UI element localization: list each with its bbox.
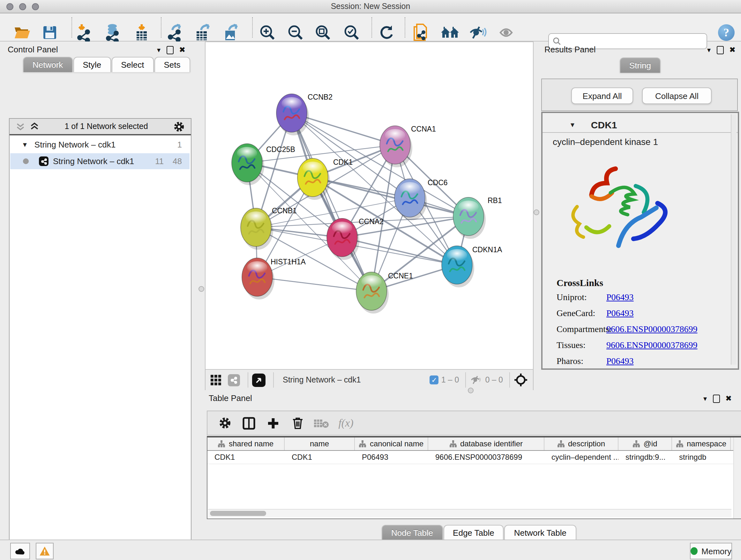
column-header-canonical-name[interactable]: canonical name	[355, 437, 428, 450]
show-hidden-button[interactable]	[496, 23, 516, 42]
panel-float-icon[interactable]	[717, 46, 724, 54]
crosslink-link[interactable]: P06493	[606, 308, 634, 319]
export-table-button[interactable]	[193, 23, 213, 42]
panel-close-icon[interactable]: ✖	[179, 45, 185, 54]
import-network-from-database-button[interactable]	[102, 23, 123, 42]
delete-table-button[interactable]	[310, 418, 334, 428]
panel-close-icon[interactable]: ✖	[725, 394, 732, 403]
network-node-hist1h1a[interactable]	[242, 258, 274, 300]
column-header-namespace[interactable]: namespace	[672, 437, 731, 450]
network-collection-row[interactable]: ▼ String Network – cdk1 1	[10, 137, 190, 152]
panel-float-icon[interactable]	[713, 394, 720, 402]
network-node-ccnb1[interactable]	[241, 208, 273, 250]
warnings-button[interactable]	[36, 543, 54, 559]
left-splitter-grip[interactable]	[199, 286, 204, 292]
column-header-label: canonical name	[370, 439, 423, 448]
network-node-ccna1[interactable]	[380, 126, 412, 167]
network-from-selection-button[interactable]	[411, 23, 431, 42]
network-node-ccnb2[interactable]	[276, 94, 309, 135]
title-bar: Session: New Session	[0, 0, 741, 13]
crosshair-icon[interactable]	[514, 373, 528, 387]
help-button[interactable]: ?	[716, 23, 737, 42]
tab-network-table[interactable]: Network Table	[504, 525, 576, 540]
tree-expander-icon[interactable]: ▼	[22, 141, 28, 148]
zoom-selected-icon	[343, 24, 360, 41]
crosslink-link[interactable]: 9606.ENSP00000378699	[606, 324, 697, 334]
crosslink-link[interactable]: P06493	[606, 293, 634, 303]
create-column-button[interactable]	[261, 417, 285, 429]
export-image-button[interactable]	[221, 23, 241, 42]
tab-select[interactable]: Select	[111, 57, 153, 72]
zoom-out-icon	[287, 24, 304, 41]
collapse-all-networks-icon[interactable]	[16, 122, 25, 131]
selected-checkbox-icon[interactable]: ✓	[430, 375, 439, 384]
zoom-selected-button[interactable]	[341, 23, 362, 42]
export-network-button[interactable]	[165, 23, 186, 42]
network-node-ccna2[interactable]	[327, 219, 359, 260]
crosslink-link[interactable]: 9606.ENSP00000378699	[606, 340, 697, 351]
tab-edge-table[interactable]: Edge Table	[443, 525, 504, 540]
table-hscrollbar[interactable]	[208, 509, 731, 517]
delete-column-button[interactable]	[285, 416, 310, 430]
network-row[interactable]: String Network – cdk1 11 48	[10, 153, 190, 169]
import-network-button[interactable]	[75, 23, 95, 42]
horizontal-splitter-grip[interactable]	[468, 388, 474, 393]
memory-button[interactable]: Memory	[690, 543, 732, 559]
zoom-fit-button[interactable]	[313, 23, 333, 42]
tab-sets[interactable]: Sets	[154, 57, 190, 72]
column-header--id[interactable]: @id	[618, 437, 672, 450]
gear-icon[interactable]	[174, 121, 185, 132]
table-settings-button[interactable]	[212, 417, 237, 429]
network-label: String Network – cdk1	[53, 157, 155, 166]
first-neighbors-button[interactable]	[440, 23, 460, 42]
tab-network[interactable]: Network	[23, 57, 72, 72]
zoom-in-button[interactable]	[257, 23, 278, 42]
panel-menu-icon[interactable]: ▾	[707, 46, 711, 54]
save-session-button[interactable]	[40, 23, 60, 42]
tab-string[interactable]: String	[620, 57, 661, 73]
import-table-button[interactable]	[131, 23, 152, 42]
column-header-shared-name[interactable]: shared name	[207, 437, 285, 450]
network-graph[interactable]: CCNB2CCNA1CDC25BCDK1CDC6RB1CCNB1CCNA2CDK…	[205, 42, 533, 369]
collapse-all-button[interactable]: Collapse All	[642, 87, 712, 104]
zoom-out-button[interactable]	[285, 23, 306, 42]
network-node-rb1[interactable]	[453, 197, 486, 239]
column-header-name[interactable]: name	[285, 437, 355, 450]
table-cell: stringdb	[672, 451, 731, 463]
network-node-cdk1[interactable]	[297, 159, 330, 200]
zoom-fit-icon	[315, 24, 331, 41]
panel-float-icon[interactable]	[166, 46, 173, 54]
network-canvas[interactable]: CCNB2CCNA1CDC25BCDK1CDC6RB1CCNB1CCNA2CDK…	[205, 42, 534, 390]
column-header-description[interactable]: description	[544, 437, 618, 450]
panel-menu-icon[interactable]: ▾	[157, 46, 160, 54]
expand-all-button[interactable]: Expand All	[571, 87, 633, 104]
open-session-button[interactable]	[12, 23, 32, 42]
expand-all-networks-icon[interactable]	[30, 122, 39, 131]
node-table: shared namenamecanonical namedatabase id…	[207, 436, 741, 519]
birdseye-view-icon[interactable]	[252, 373, 266, 387]
refresh-icon	[379, 24, 395, 41]
tab-style[interactable]: Style	[73, 57, 111, 72]
column-header-database-identifier[interactable]: database identifier	[428, 437, 544, 450]
grid-view-icon[interactable]	[211, 374, 221, 385]
results-scrollbar[interactable]	[731, 114, 737, 365]
network-edge[interactable]	[342, 238, 457, 265]
network-node-cdc6[interactable]	[394, 179, 427, 220]
panel-menu-icon[interactable]: ▾	[703, 394, 707, 402]
panel-close-icon[interactable]: ✖	[729, 45, 736, 54]
tab-node-table[interactable]: Node Table	[382, 525, 443, 540]
crosslink-link[interactable]: P06493	[606, 356, 634, 367]
cloud-status-button[interactable]	[10, 543, 30, 559]
section-expander-icon[interactable]: ▼	[569, 121, 576, 128]
table-vscrollbar[interactable]	[733, 437, 741, 518]
network-view-icon[interactable]	[228, 374, 240, 386]
network-node-ccne1[interactable]	[356, 272, 389, 314]
function-builder-button[interactable]: f(x)	[334, 417, 358, 429]
gene-section-header[interactable]: ▼ CDK1	[542, 117, 738, 133]
apply-layout-button[interactable]	[377, 23, 397, 42]
hide-selected-button[interactable]	[468, 23, 488, 42]
right-splitter-grip[interactable]	[534, 209, 539, 215]
table-row[interactable]: CDK1CDK1P064939606.ENSP00000378699cyclin…	[207, 451, 741, 464]
show-columns-button[interactable]	[237, 417, 261, 429]
network-node-cdkn1a[interactable]	[442, 246, 474, 287]
